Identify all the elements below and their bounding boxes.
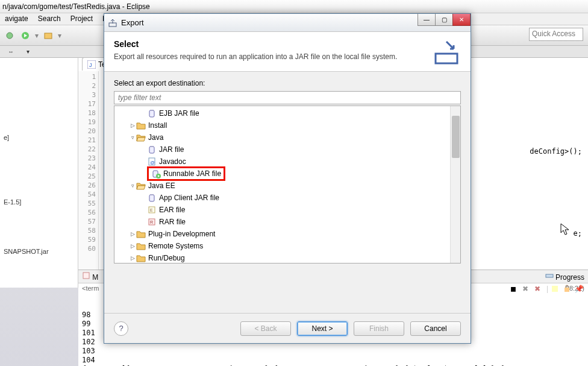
package-explorer: e] E-1.5] SNAPSHOT.jar xyxy=(0,58,78,288)
tree-toggle-icon[interactable]: ▷ xyxy=(129,243,136,249)
svg-rect-8 xyxy=(552,286,558,292)
destination-label: Select an export destination: xyxy=(114,79,461,87)
jar-icon xyxy=(147,145,157,154)
export-titlebar-icon xyxy=(108,18,117,28)
window-title: n/java/com/gome/test/TestRedis.java - Ec… xyxy=(0,0,588,13)
minimize-button[interactable]: — xyxy=(418,14,436,26)
tree-toggle-icon[interactable]: ▷ xyxy=(129,231,136,237)
tree-item-label: App Client JAR file xyxy=(159,194,219,202)
svg-rect-3 xyxy=(45,33,52,39)
export-tree[interactable]: EJB JAR file▷Install▿JavaJAR file@Javado… xyxy=(114,106,450,263)
menu-project[interactable]: Project xyxy=(67,14,96,24)
tree-item-label: EJB JAR file xyxy=(159,109,199,118)
left-item[interactable]: e] xyxy=(4,134,74,141)
tree-item-plug-in-development[interactable]: ▷Plug-in Development xyxy=(114,228,450,240)
tree-toggle-icon[interactable]: ▷ xyxy=(129,122,136,128)
run-icon[interactable] xyxy=(19,30,31,42)
tree-item-java[interactable]: ▿Java xyxy=(114,131,450,144)
filter-input[interactable] xyxy=(114,91,461,104)
left-item[interactable]: SNAPSHOT.jar xyxy=(4,248,74,255)
tree-item-label: Java EE xyxy=(148,181,175,190)
console-toolbar: ◼ ✖ ✖ | 📌 xyxy=(510,285,584,294)
debug-icon[interactable] xyxy=(4,30,16,42)
back-button[interactable]: < Back xyxy=(240,321,291,336)
finish-button[interactable]: Finish xyxy=(354,321,404,336)
folder-icon xyxy=(136,121,146,130)
folder-icon[interactable] xyxy=(42,30,54,42)
java-file-icon: J xyxy=(87,60,96,69)
tree-item-label: Run/Debug xyxy=(148,254,185,262)
jar-run-icon xyxy=(151,169,161,178)
left-item[interactable]: E-1.5] xyxy=(4,198,74,206)
svg-rect-6 xyxy=(83,273,89,279)
jar-icon xyxy=(147,193,157,203)
sync-icon[interactable]: ↔ xyxy=(5,46,17,58)
jar-icon xyxy=(147,109,157,118)
svg-text:@: @ xyxy=(150,160,155,165)
svg-text:E: E xyxy=(150,208,153,212)
dialog-body: Select an export destination: EJB JAR fi… xyxy=(104,72,471,271)
scroll-lock-icon[interactable] xyxy=(563,285,572,294)
tree-item-rar-file[interactable]: RRAR file xyxy=(114,216,450,228)
close-button[interactable]: ✕ xyxy=(452,14,471,26)
tree-item-label: Install xyxy=(148,121,167,130)
menu-navigate[interactable]: avigate xyxy=(1,14,32,24)
clear-icon[interactable] xyxy=(551,285,560,294)
tree-item-label: RAR file xyxy=(159,218,186,226)
tree-toggle-icon[interactable]: ▿ xyxy=(129,183,136,189)
tree-item-ejb-jar-file[interactable]: EJB JAR file xyxy=(114,107,450,119)
pin-icon[interactable]: 📌 xyxy=(575,285,584,294)
line-gutter: 1 2 3 17 18 19 20 21 22 23 24 25 26 54 5… xyxy=(78,71,99,270)
tree-container: EJB JAR file▷Install▿JavaJAR file@Javado… xyxy=(114,106,461,263)
tab-markers[interactable]: M xyxy=(82,271,98,282)
tab-progress[interactable]: Progress xyxy=(545,271,584,282)
svg-rect-14 xyxy=(149,147,154,153)
menu-search[interactable]: Search xyxy=(34,14,64,24)
tree-toggle-icon[interactable]: ▷ xyxy=(129,255,136,261)
help-button[interactable]: ? xyxy=(114,321,128,336)
tree-item-label: EAR file xyxy=(159,206,185,214)
svg-rect-22 xyxy=(150,194,154,195)
tree-item-app-client-jar-file[interactable]: App Client JAR file xyxy=(114,192,450,204)
tree-scrollbar[interactable] xyxy=(450,106,460,263)
progress-icon xyxy=(545,271,554,280)
quick-access-input[interactable]: Quick Access xyxy=(529,28,583,41)
tree-item-javadoc[interactable]: @Javadoc xyxy=(114,156,450,168)
tree-item-label: JAR file xyxy=(159,145,184,154)
tree-item-label: Runnable JAR file xyxy=(163,169,221,178)
tree-item-label: Java xyxy=(148,133,163,142)
svg-text:J: J xyxy=(89,62,92,68)
rar-icon: R xyxy=(147,217,157,227)
remove-all2-icon[interactable]: ✖ xyxy=(534,285,544,294)
cancel-button[interactable]: Cancel xyxy=(410,321,461,336)
nav-icon[interactable]: ▾ xyxy=(22,46,34,58)
tree-item-label: Javadoc xyxy=(159,157,186,166)
scrollbar-thumb[interactable] xyxy=(452,116,460,158)
maximize-button[interactable]: ▢ xyxy=(435,14,453,26)
remove-icon[interactable]: ◼ xyxy=(510,285,520,294)
doc-icon: @ xyxy=(147,157,157,166)
tree-item-jar-file[interactable]: JAR file xyxy=(114,144,450,156)
tree-toggle-icon[interactable]: ▿ xyxy=(129,134,136,140)
svg-rect-11 xyxy=(436,54,457,63)
tree-item-ear-file[interactable]: EEAR file xyxy=(114,204,450,216)
dialog-titlebar[interactable]: Export — ▢ ✕ xyxy=(104,14,471,32)
tree-item-java-ee[interactable]: ▿Java EE xyxy=(114,180,450,192)
remove-all-icon[interactable]: ✖ xyxy=(522,285,532,294)
tree-item-remote-systems[interactable]: ▷Remote Systems xyxy=(114,240,450,252)
tree-item-runnable-jar-file[interactable]: Runnable JAR file xyxy=(114,168,450,180)
dialog-description: Export all resources required to run an … xyxy=(114,52,461,61)
folder-icon xyxy=(136,229,146,239)
next-button[interactable]: Next > xyxy=(297,321,348,336)
svg-point-0 xyxy=(7,33,13,39)
markers-icon xyxy=(82,271,90,280)
dialog-footer: ? < Back Next > Finish Cancel xyxy=(104,313,471,343)
tree-item-run-debug[interactable]: ▷Run/Debug xyxy=(114,252,450,263)
code-fragment: e; xyxy=(574,229,582,238)
ear-icon: E xyxy=(147,205,157,215)
folder-icon xyxy=(136,241,146,251)
tree-item-label: Remote Systems xyxy=(148,242,203,250)
folder-open-icon xyxy=(136,181,146,191)
tree-item-install[interactable]: ▷Install xyxy=(114,119,450,131)
dialog-header: Select Export all resources required to … xyxy=(104,32,471,72)
